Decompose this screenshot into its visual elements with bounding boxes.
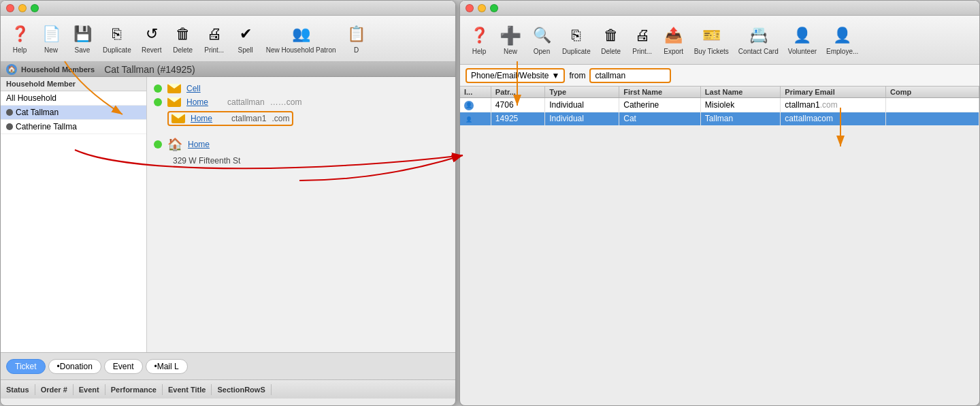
row2-firstname: Cat — [619, 112, 701, 126]
row1-email: ctallman1.com — [781, 98, 886, 112]
right-new-button[interactable]: ➕ New — [495, 22, 525, 58]
revert-label: Revert — [142, 46, 161, 54]
col-section-row: SectionRowS — [212, 384, 271, 395]
right-help-button[interactable]: ❓ Help — [464, 22, 494, 58]
right-contact-card-icon: 📇 — [747, 25, 769, 46]
home-building-icon: 🏠 — [167, 137, 182, 152]
home1-domain: ……com — [270, 97, 302, 107]
right-delete-label: Delete — [601, 48, 621, 55]
right-print-button[interactable]: 🖨 Print... — [627, 22, 657, 58]
contact-row-home1: Home cattallman ……com — [154, 97, 448, 107]
email-icon-cell — [167, 84, 181, 93]
section-header: 🏠 Household Members Cat Tallman (#14925) — [1, 62, 455, 77]
right-export-label: Export — [664, 48, 683, 55]
print-button[interactable]: 🖨 Print... — [199, 20, 229, 57]
table-row-selected[interactable]: 👤 14925 Individual Cat Tallman cattallma… — [460, 112, 979, 126]
help-button[interactable]: ❓ Help — [5, 20, 35, 57]
right-help-label: Help — [472, 48, 487, 55]
contact-row-home2: Home ctallman1 .com — [154, 111, 448, 126]
help-icon: ❓ — [9, 23, 31, 45]
new-icon: 📄 — [40, 23, 62, 45]
right-buy-tickets-button[interactable]: 🎫 Buy Tickets — [690, 22, 733, 58]
cell-link[interactable]: Cell — [186, 84, 201, 93]
right-export-button[interactable]: 📤 Export — [659, 22, 689, 58]
d-label: D — [354, 46, 359, 54]
col-icon: I... — [460, 87, 491, 98]
close-button[interactable] — [6, 4, 14, 12]
section-header-text: Household Members — [21, 65, 95, 74]
right-employee-button[interactable]: 👤 Employe... — [822, 22, 862, 58]
tab-ticket[interactable]: Ticket — [6, 359, 46, 374]
right-zoom-button[interactable] — [490, 4, 498, 12]
member-dot-2 — [6, 123, 13, 130]
tab-mail-list[interactable]: •Mail L — [146, 359, 188, 374]
home2-value: ctallman1 — [231, 114, 266, 123]
sidebar-item-catherine-tallma[interactable]: Catherine Tallma — [1, 120, 146, 134]
delete-button[interactable]: 🗑 Delete — [168, 20, 198, 57]
sidebar-header-label: Household Member — [1, 77, 146, 91]
status-dot-address — [154, 140, 162, 149]
duplicate-button[interactable]: ⎘ Duplicate — [99, 20, 135, 57]
col-last-name: Last Name — [700, 87, 780, 98]
right-contact-card-button[interactable]: 📇 Contact Card — [734, 22, 783, 58]
right-buy-tickets-label: Buy Tickets — [694, 48, 729, 55]
right-duplicate-label: Duplicate — [562, 48, 591, 55]
sidebar-item-all-household[interactable]: All Household — [1, 91, 146, 106]
right-print-icon: 🖨 — [632, 25, 653, 46]
d-button[interactable]: 📋 D — [342, 20, 372, 57]
duplicate-icon: ⎘ — [106, 23, 128, 45]
spell-button[interactable]: ✔ Spell — [231, 20, 261, 57]
right-toolbar: ❓ Help ➕ New 🔍 Open ⎘ Duplicate 🗑 Delete… — [460, 16, 979, 65]
left-toolbar: ❓ Help 📄 New 💾 Save ⎘ Duplicate ↺ Revert… — [1, 16, 455, 62]
row2-lastname: Tallman — [700, 112, 780, 126]
sidebar-item-cat-tallman[interactable]: Cat Tallman — [1, 106, 146, 120]
right-close-button[interactable] — [466, 4, 474, 12]
from-label: from — [569, 71, 585, 80]
right-delete-button[interactable]: 🗑 Delete — [596, 22, 626, 58]
save-button[interactable]: 💾 Save — [67, 20, 97, 57]
right-duplicate-icon: ⎘ — [566, 25, 587, 46]
spell-label: Spell — [238, 46, 253, 54]
new-button[interactable]: 📄 New — [36, 20, 66, 57]
tab-donation[interactable]: •Donation — [48, 359, 101, 374]
member-dot — [6, 109, 13, 116]
right-volunteer-button[interactable]: 👤 Volunteer — [784, 22, 821, 58]
right-print-label: Print... — [632, 48, 652, 55]
right-minimize-button[interactable] — [478, 4, 486, 12]
email-icon-home1 — [167, 97, 181, 107]
filter-label: Phone/Email/Website — [471, 71, 549, 80]
right-volunteer-label: Volunteer — [788, 48, 817, 55]
filter-select[interactable]: Phone/Email/Website ▼ — [466, 68, 565, 83]
print-label: Print... — [204, 46, 224, 54]
household-patron-icon: 👥 — [290, 23, 312, 45]
home-address-link[interactable]: Home — [188, 140, 210, 149]
right-duplicate-button[interactable]: ⎘ Duplicate — [558, 22, 595, 58]
status-dot-home1 — [154, 98, 162, 106]
contact-row-cell: Cell — [154, 84, 448, 93]
right-buy-tickets-icon: 🎫 — [700, 25, 722, 46]
new-household-patron-button[interactable]: 👥 New Household Patron — [262, 20, 340, 57]
col-event-title: Event Title — [163, 384, 212, 395]
zoom-button[interactable] — [31, 4, 39, 12]
contact-list-container: I... Patr... Type First Name Last Name P… — [460, 87, 979, 406]
home1-link[interactable]: Home — [186, 97, 208, 107]
table-row[interactable]: 👤 4706 Individual Catherine Misiolek cta… — [460, 98, 979, 112]
all-household-label: All Household — [6, 93, 56, 103]
home2-domain: .com — [272, 114, 289, 123]
home-address-section: 🏠 Home 329 W Fifteenth St — [154, 137, 448, 166]
home2-link[interactable]: Home — [191, 114, 212, 123]
delete-icon: 🗑 — [172, 23, 194, 45]
right-new-icon: ➕ — [500, 25, 521, 46]
revert-button[interactable]: ↺ Revert — [137, 20, 167, 57]
save-label: Save — [75, 46, 91, 54]
search-input[interactable] — [589, 68, 671, 83]
right-open-icon: 🔍 — [531, 25, 553, 46]
left-window: ❓ Help 📄 New 💾 Save ⎘ Duplicate ↺ Revert… — [0, 0, 456, 406]
tab-event[interactable]: Event — [104, 359, 143, 374]
patron-title: Cat Tallman (#14925) — [104, 64, 195, 75]
right-window-title: Contact List for Old Town Playhou... — [919, 3, 980, 13]
household-members-sidebar: Household Member All Household Cat Tallm… — [1, 77, 147, 352]
right-open-button[interactable]: 🔍 Open — [527, 22, 557, 58]
minimize-button[interactable] — [18, 4, 27, 12]
col-first-name: First Name — [619, 87, 701, 98]
